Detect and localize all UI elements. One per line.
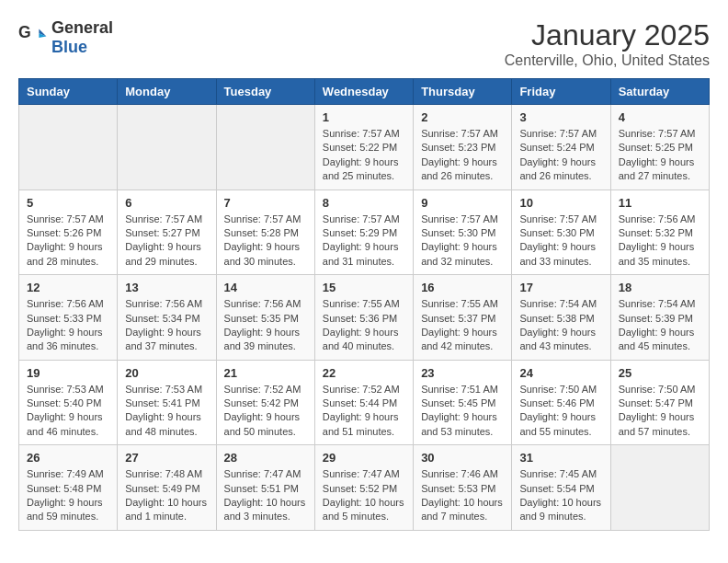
week-row-4: 26Sunrise: 7:49 AMSunset: 5:48 PMDayligh… [19,445,710,531]
day-number: 13 [125,281,208,294]
day-number: 11 [619,196,701,210]
calendar-cell: 7Sunrise: 7:57 AMSunset: 5:28 PMDaylight… [216,190,314,275]
calendar-cell: 8Sunrise: 7:57 AMSunset: 5:29 PMDaylight… [314,190,413,275]
day-number: 9 [421,196,504,210]
calendar-cell: 20Sunrise: 7:53 AMSunset: 5:41 PMDayligh… [118,360,216,445]
day-info: Sunrise: 7:53 AMSunset: 5:41 PMDaylight:… [125,383,208,440]
day-number: 22 [323,366,405,380]
location-title: Centerville, Ohio, United States [505,52,710,69]
calendar-cell: 25Sunrise: 7:50 AMSunset: 5:47 PMDayligh… [610,360,709,445]
day-info: Sunrise: 7:56 AMSunset: 5:34 PMDaylight:… [125,297,208,354]
day-number: 24 [519,366,602,380]
calendar-cell: 6Sunrise: 7:57 AMSunset: 5:27 PMDaylight… [118,190,216,275]
calendar-cell [610,445,709,531]
day-header-friday: Friday [512,79,610,105]
calendar-cell: 22Sunrise: 7:52 AMSunset: 5:44 PMDayligh… [314,360,413,445]
day-number: 4 [619,110,701,124]
day-number: 3 [519,110,602,124]
day-header-sunday: Sunday [19,79,118,105]
calendar-header: SundayMondayTuesdayWednesdayThursdayFrid… [19,79,710,105]
day-info: Sunrise: 7:54 AMSunset: 5:38 PMDaylight:… [519,297,602,354]
day-number: 7 [224,196,307,210]
day-number: 23 [421,366,504,380]
day-number: 6 [125,196,208,210]
day-info: Sunrise: 7:57 AMSunset: 5:26 PMDaylight:… [27,213,109,270]
calendar-cell: 30Sunrise: 7:46 AMSunset: 5:53 PMDayligh… [414,445,512,531]
calendar-cell [216,105,314,190]
day-header-thursday: Thursday [414,79,512,105]
day-info: Sunrise: 7:49 AMSunset: 5:48 PMDaylight:… [27,467,109,524]
day-info: Sunrise: 7:50 AMSunset: 5:47 PMDaylight:… [619,383,701,440]
day-info: Sunrise: 7:57 AMSunset: 5:23 PMDaylight:… [421,127,504,184]
calendar-cell: 31Sunrise: 7:45 AMSunset: 5:54 PMDayligh… [512,445,610,531]
calendar-cell: 3Sunrise: 7:57 AMSunset: 5:24 PMDaylight… [512,105,610,190]
day-info: Sunrise: 7:57 AMSunset: 5:30 PMDaylight:… [519,213,602,270]
day-number: 21 [224,366,307,380]
calendar-table: SundayMondayTuesdayWednesdayThursdayFrid… [18,78,710,531]
day-number: 30 [421,451,504,465]
logo-text: General Blue [51,18,113,57]
week-row-0: 1Sunrise: 7:57 AMSunset: 5:22 PMDaylight… [19,105,710,190]
day-info: Sunrise: 7:54 AMSunset: 5:39 PMDaylight:… [619,297,701,354]
day-header-tuesday: Tuesday [216,79,314,105]
day-number: 17 [519,281,602,294]
day-info: Sunrise: 7:57 AMSunset: 5:28 PMDaylight:… [224,213,307,270]
day-number: 16 [421,281,504,294]
day-info: Sunrise: 7:56 AMSunset: 5:33 PMDaylight:… [27,297,109,354]
calendar-cell: 5Sunrise: 7:57 AMSunset: 5:26 PMDaylight… [19,190,118,275]
day-info: Sunrise: 7:57 AMSunset: 5:27 PMDaylight:… [125,213,208,270]
day-header-monday: Monday [118,79,216,105]
day-number: 12 [27,281,109,294]
day-info: Sunrise: 7:57 AMSunset: 5:25 PMDaylight:… [619,127,701,184]
day-info: Sunrise: 7:51 AMSunset: 5:45 PMDaylight:… [421,383,504,440]
title-block: January 2025 Centerville, Ohio, United S… [505,18,710,69]
day-info: Sunrise: 7:46 AMSunset: 5:53 PMDaylight:… [421,467,504,524]
day-number: 5 [27,196,109,210]
day-info: Sunrise: 7:55 AMSunset: 5:36 PMDaylight:… [323,297,405,354]
day-info: Sunrise: 7:57 AMSunset: 5:29 PMDaylight:… [323,213,405,270]
calendar-cell: 16Sunrise: 7:55 AMSunset: 5:37 PMDayligh… [414,275,512,361]
day-header-row: SundayMondayTuesdayWednesdayThursdayFrid… [19,79,710,105]
day-info: Sunrise: 7:48 AMSunset: 5:49 PMDaylight:… [125,467,208,524]
day-number: 31 [519,451,602,465]
week-row-1: 5Sunrise: 7:57 AMSunset: 5:26 PMDaylight… [19,190,710,275]
day-number: 18 [619,281,701,294]
calendar-cell: 21Sunrise: 7:52 AMSunset: 5:42 PMDayligh… [216,360,314,445]
calendar-cell [118,105,216,190]
calendar-cell: 27Sunrise: 7:48 AMSunset: 5:49 PMDayligh… [118,445,216,531]
day-header-saturday: Saturday [610,79,709,105]
week-row-3: 19Sunrise: 7:53 AMSunset: 5:40 PMDayligh… [19,360,710,445]
calendar-cell: 13Sunrise: 7:56 AMSunset: 5:34 PMDayligh… [118,275,216,361]
calendar-cell: 10Sunrise: 7:57 AMSunset: 5:30 PMDayligh… [512,190,610,275]
calendar-cell: 14Sunrise: 7:56 AMSunset: 5:35 PMDayligh… [216,275,314,361]
calendar-cell: 24Sunrise: 7:50 AMSunset: 5:46 PMDayligh… [512,360,610,445]
week-row-2: 12Sunrise: 7:56 AMSunset: 5:33 PMDayligh… [19,275,710,361]
calendar-cell: 4Sunrise: 7:57 AMSunset: 5:25 PMDaylight… [610,105,709,190]
calendar-cell: 1Sunrise: 7:57 AMSunset: 5:22 PMDaylight… [314,105,413,190]
day-info: Sunrise: 7:47 AMSunset: 5:51 PMDaylight:… [224,467,307,524]
calendar-cell: 11Sunrise: 7:56 AMSunset: 5:32 PMDayligh… [610,190,709,275]
day-info: Sunrise: 7:57 AMSunset: 5:22 PMDaylight:… [323,127,405,184]
day-number: 15 [323,281,405,294]
calendar-cell: 28Sunrise: 7:47 AMSunset: 5:51 PMDayligh… [216,445,314,531]
day-number: 29 [323,451,405,465]
day-info: Sunrise: 7:52 AMSunset: 5:44 PMDaylight:… [323,383,405,440]
day-info: Sunrise: 7:56 AMSunset: 5:35 PMDaylight:… [224,297,307,354]
calendar-cell: 12Sunrise: 7:56 AMSunset: 5:33 PMDayligh… [19,275,118,361]
day-header-wednesday: Wednesday [314,79,413,105]
day-number: 27 [125,451,208,465]
calendar-cell: 17Sunrise: 7:54 AMSunset: 5:38 PMDayligh… [512,275,610,361]
calendar-cell: 2Sunrise: 7:57 AMSunset: 5:23 PMDaylight… [414,105,512,190]
day-number: 25 [619,366,701,380]
day-number: 10 [519,196,602,210]
logo-icon: G [18,23,48,52]
day-info: Sunrise: 7:50 AMSunset: 5:46 PMDaylight:… [519,383,602,440]
day-number: 20 [125,366,208,380]
day-number: 8 [323,196,405,210]
month-title: January 2025 [505,18,710,52]
calendar-cell: 9Sunrise: 7:57 AMSunset: 5:30 PMDaylight… [414,190,512,275]
logo: G General Blue [18,18,113,57]
calendar-cell [19,105,118,190]
calendar-cell: 29Sunrise: 7:47 AMSunset: 5:52 PMDayligh… [314,445,413,531]
logo-blue-text: Blue [51,38,87,56]
